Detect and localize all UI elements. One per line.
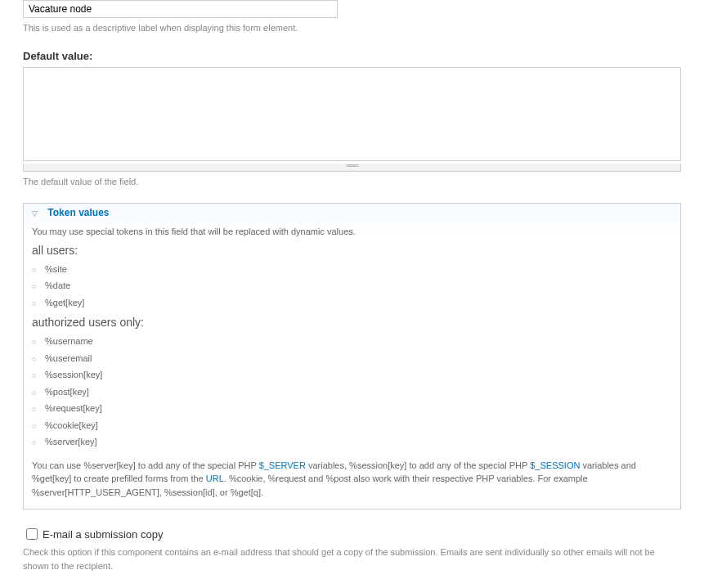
token-values-fieldset: ▽ Token values You may use special token… [23,203,681,509]
token-item: %request[key] [32,400,672,417]
token-group-all-users: all users: [32,242,672,259]
server-link[interactable]: $_SERVER [259,460,306,470]
token-item: %post[key] [32,384,672,401]
token-list-all: %site%date%get[key] [32,261,672,312]
token-intro: You may use special tokens in this field… [32,225,672,239]
url-link[interactable]: URL [206,474,224,483]
email-copy-label[interactable]: E-mail a submission copy [43,528,163,541]
token-group-auth-users: authorized users only: [32,314,672,331]
label-input[interactable] [23,0,338,18]
token-values-toggle[interactable]: Token values [47,207,109,218]
token-item: %useremail [32,350,672,367]
token-item: %get[key] [32,294,672,312]
token-item: %session[key] [32,366,672,384]
default-value-description: The default value of the field. [23,175,681,189]
session-link[interactable]: $_SESSION [530,460,580,470]
token-item: %site [32,261,672,278]
default-value-textarea[interactable] [23,67,681,161]
token-item: %cookie[key] [32,417,672,434]
default-value-label: Default value: [23,50,681,62]
email-copy-checkbox[interactable] [26,528,38,540]
token-item: %username [32,333,672,350]
collapse-icon: ▽ [32,209,40,218]
token-item: %server[key] [32,433,672,451]
token-list-auth: %username%useremail%session[key]%post[ke… [32,333,672,451]
token-help-text: You can use %server[key] to add any of t… [32,459,672,500]
textarea-resize-grip[interactable]: ═══ [23,164,681,172]
email-copy-description: Check this option if this component cont… [23,545,681,572]
label-description: This is used as a descriptive label when… [23,21,681,35]
token-item: %date [32,277,672,294]
